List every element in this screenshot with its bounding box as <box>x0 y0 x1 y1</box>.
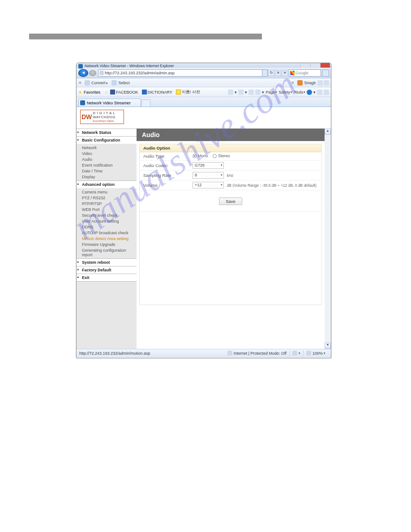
address-bar-row: http://72.243.193.232/admin/admin.asp ↻ … <box>77 68 331 78</box>
sidebar-item-report[interactable]: Generating configuration report <box>77 247 137 257</box>
snagit-close-icon[interactable]: ✕ <box>291 81 295 85</box>
sidebar-item-video[interactable]: Video <box>77 150 137 156</box>
back-button[interactable] <box>78 69 88 77</box>
window-buttons <box>300 63 330 68</box>
status-notify[interactable]: ▾ <box>290 350 304 356</box>
sidebar-item-ddns[interactable]: DDNS <box>77 224 137 230</box>
snagit-opt2-icon[interactable] <box>324 80 329 86</box>
sidebar-item-ptz[interactable]: PTZ / RS232 <box>77 195 137 201</box>
extra2-icon[interactable] <box>324 90 329 95</box>
sidebar-item-network[interactable]: Network <box>77 145 137 150</box>
sidebar-item-user-account[interactable]: User Account setting <box>77 218 137 224</box>
maximize-button[interactable] <box>310 63 320 68</box>
row-audio-codec: Audio Codec G726▾ <box>140 160 321 170</box>
select-volume[interactable]: +12▾ <box>193 182 224 189</box>
scroll-up-icon[interactable]: ▲ <box>325 129 331 135</box>
row-sampling-rate: Sampling Rate 8▾ kHz <box>140 170 321 180</box>
label-sampling-rate: Sampling Rate <box>140 170 189 180</box>
sidebar-basic-configuration[interactable]: ▸Basic Configuration <box>77 136 137 144</box>
close-button[interactable] <box>320 63 330 68</box>
feeds-icon[interactable] <box>238 90 244 95</box>
print-icon[interactable] <box>255 90 261 95</box>
button-row: Save <box>140 190 321 212</box>
row-volume: Volume +12▾ dB (Volume Range : -35.5 dB … <box>140 180 321 190</box>
status-zoom[interactable]: 100% ▾ <box>304 350 328 356</box>
sidebar-exit[interactable]: ▸Exit <box>77 274 137 282</box>
search-button[interactable] <box>322 69 329 77</box>
toolbar-close-icon[interactable]: ✕ <box>78 81 82 85</box>
url-input[interactable]: http://72.243.193.232/admin/admin.asp <box>98 69 262 77</box>
page-menu[interactable]: Page▾ <box>265 90 277 94</box>
stop-icon[interactable]: ✕ <box>275 70 281 76</box>
extra1-icon[interactable] <box>317 90 322 95</box>
ie-icon <box>78 64 83 69</box>
radio-mono[interactable]: Mono <box>193 154 208 158</box>
snagit-opt1-icon[interactable] <box>317 80 323 86</box>
title-bar: Network Video Streamer - Windows Interne… <box>77 63 331 68</box>
mail-icon[interactable] <box>248 90 254 95</box>
sidebar-item-webport[interactable]: WEB Port <box>77 206 137 212</box>
header-gray-bar <box>29 34 262 39</box>
compat-icon[interactable]: ✕ <box>282 70 288 76</box>
search-input[interactable]: Google <box>289 69 321 77</box>
sidebar-item-rtp[interactable]: RTP/RTSP <box>77 201 137 206</box>
sidebar-item-audio[interactable]: Audio <box>77 156 137 162</box>
home-icon[interactable] <box>228 90 233 95</box>
row-audio-type: Audio Type Mono Stereo <box>140 152 321 160</box>
main-pane: Audio Audio Option Audio Type Mono <box>137 129 325 349</box>
sidebar-item-datetime[interactable]: Date / Time <box>77 168 137 174</box>
select-audio-codec[interactable]: G726▾ <box>193 162 224 169</box>
favorites-label[interactable]: Favorites <box>84 90 100 94</box>
select-sampling-rate[interactable]: 8▾ <box>193 172 224 179</box>
sidebar-item-firmware[interactable]: Firmware Upgrade <box>77 241 137 247</box>
korean-dict-icon <box>176 90 181 94</box>
sidebar-factory-default[interactable]: ▸Factory Default <box>77 266 137 274</box>
minimize-button[interactable] <box>300 63 310 68</box>
new-tab-button[interactable] <box>141 99 150 107</box>
safety-menu[interactable]: Safety▾ <box>278 90 292 94</box>
logo-area: DW D I G I T A L WATCHDOG Everything's D… <box>77 107 331 129</box>
browser-tab[interactable]: Network Video Streamer <box>78 99 141 107</box>
convert-icon <box>85 80 90 86</box>
volume-hint: dB (Volume Range : -35.5 dB ~ +12 dB, 0 … <box>227 183 317 187</box>
dictionary-icon <box>142 90 147 94</box>
favorites-star-icon[interactable]: ★ <box>78 90 82 94</box>
convert-toolbar: ✕ Convert Select ✕ Snagit <box>77 78 331 87</box>
status-link: http://72.243.193.232/admin/motion.asp <box>79 351 150 356</box>
sidebar-network-status[interactable]: ▸Network Status <box>77 129 137 136</box>
window-title: Network Video Streamer - Windows Interne… <box>85 64 174 68</box>
scroll-track[interactable] <box>325 135 331 343</box>
save-button[interactable]: Save <box>219 197 242 205</box>
sidebar-item-event[interactable]: Event notification <box>77 162 137 168</box>
fav-link-facebook[interactable]: FACEBOOK <box>110 90 138 94</box>
scroll-down-icon[interactable]: ▼ <box>325 343 331 349</box>
fav-add-icon[interactable]: ☆ <box>105 90 108 94</box>
url-text: http://72.243.193.232/admin/admin.asp <box>105 71 175 75</box>
logo-dw-text: DW <box>81 113 92 120</box>
sidebar-system-reboot[interactable]: ▸System reboot <box>77 258 137 266</box>
page-icon <box>99 71 104 75</box>
fav-link-dictionary[interactable]: DICTIONARY <box>142 90 172 94</box>
fav-link-korean[interactable]: 이름! 사전 <box>176 89 200 95</box>
select-button[interactable]: Select <box>118 81 129 85</box>
sidebar-advanced-option[interactable]: ▸Advanced option <box>77 180 137 188</box>
unit-khz: kHz <box>227 173 234 177</box>
tab-title: Network Video Streamer <box>87 101 131 105</box>
refresh-icon[interactable]: ↻ <box>268 70 274 76</box>
audio-form: Audio Type Mono Stereo Audio Codec <box>140 152 321 190</box>
tools-menu[interactable]: Tools▾ <box>294 90 305 94</box>
google-icon <box>290 71 295 75</box>
snagit-button[interactable]: Snagit <box>304 81 316 85</box>
url-dropdown[interactable] <box>262 69 268 77</box>
tab-ie-icon <box>80 100 85 105</box>
sidebar-item-autoip[interactable]: AUTO IP broadcast check <box>77 230 137 236</box>
sidebar-item-camera-menu[interactable]: Camera menu <box>77 189 137 195</box>
sidebar-item-display[interactable]: Display <box>77 174 137 180</box>
radio-stereo[interactable]: Stereo <box>213 154 230 158</box>
sidebar-item-motion[interactable]: Motion detect Area setting <box>77 236 137 241</box>
sidebar-item-security[interactable]: Security level check <box>77 212 137 218</box>
help-icon[interactable] <box>307 90 312 95</box>
vertical-scrollbar[interactable]: ▲ ▼ <box>325 129 331 349</box>
convert-button[interactable]: Convert <box>91 81 108 85</box>
forward-button[interactable] <box>89 70 96 76</box>
